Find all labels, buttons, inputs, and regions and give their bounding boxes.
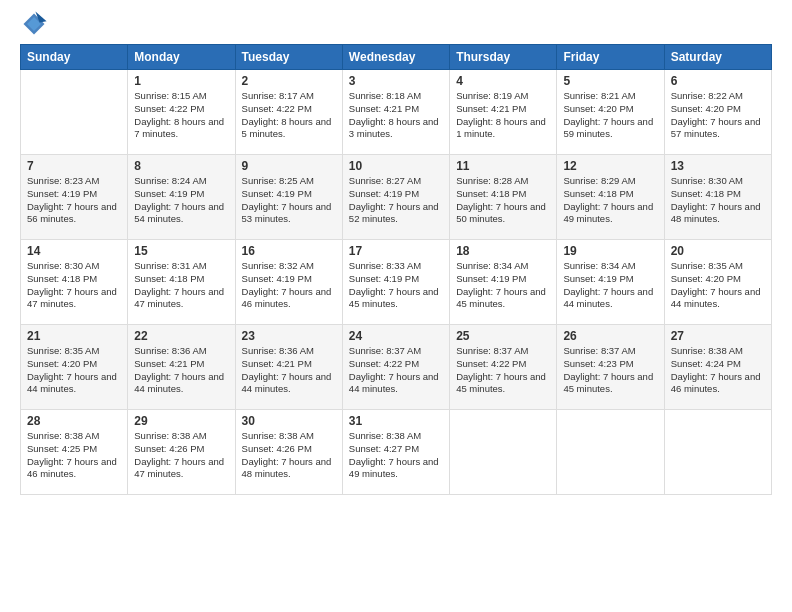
day-info: Sunrise: 8:30 AMSunset: 4:18 PMDaylight:… — [27, 260, 121, 311]
week-row-1: 1Sunrise: 8:15 AMSunset: 4:22 PMDaylight… — [21, 70, 772, 155]
day-cell: 12Sunrise: 8:29 AMSunset: 4:18 PMDayligh… — [557, 155, 664, 240]
day-number: 15 — [134, 244, 228, 258]
weekday-header-thursday: Thursday — [450, 45, 557, 70]
day-cell: 9Sunrise: 8:25 AMSunset: 4:19 PMDaylight… — [235, 155, 342, 240]
day-number: 24 — [349, 329, 443, 343]
day-cell — [450, 410, 557, 495]
day-info: Sunrise: 8:27 AMSunset: 4:19 PMDaylight:… — [349, 175, 443, 226]
day-cell: 11Sunrise: 8:28 AMSunset: 4:18 PMDayligh… — [450, 155, 557, 240]
day-cell: 6Sunrise: 8:22 AMSunset: 4:20 PMDaylight… — [664, 70, 771, 155]
day-info: Sunrise: 8:38 AMSunset: 4:24 PMDaylight:… — [671, 345, 765, 396]
day-number: 22 — [134, 329, 228, 343]
day-number: 29 — [134, 414, 228, 428]
day-info: Sunrise: 8:34 AMSunset: 4:19 PMDaylight:… — [456, 260, 550, 311]
day-cell: 15Sunrise: 8:31 AMSunset: 4:18 PMDayligh… — [128, 240, 235, 325]
weekday-header-sunday: Sunday — [21, 45, 128, 70]
day-info: Sunrise: 8:29 AMSunset: 4:18 PMDaylight:… — [563, 175, 657, 226]
day-number: 18 — [456, 244, 550, 258]
day-cell: 31Sunrise: 8:38 AMSunset: 4:27 PMDayligh… — [342, 410, 449, 495]
day-info: Sunrise: 8:37 AMSunset: 4:22 PMDaylight:… — [349, 345, 443, 396]
day-cell: 19Sunrise: 8:34 AMSunset: 4:19 PMDayligh… — [557, 240, 664, 325]
day-info: Sunrise: 8:31 AMSunset: 4:18 PMDaylight:… — [134, 260, 228, 311]
day-info: Sunrise: 8:19 AMSunset: 4:21 PMDaylight:… — [456, 90, 550, 141]
day-number: 6 — [671, 74, 765, 88]
week-row-5: 28Sunrise: 8:38 AMSunset: 4:25 PMDayligh… — [21, 410, 772, 495]
day-cell: 20Sunrise: 8:35 AMSunset: 4:20 PMDayligh… — [664, 240, 771, 325]
day-number: 3 — [349, 74, 443, 88]
day-number: 28 — [27, 414, 121, 428]
day-info: Sunrise: 8:32 AMSunset: 4:19 PMDaylight:… — [242, 260, 336, 311]
day-cell: 5Sunrise: 8:21 AMSunset: 4:20 PMDaylight… — [557, 70, 664, 155]
day-info: Sunrise: 8:18 AMSunset: 4:21 PMDaylight:… — [349, 90, 443, 141]
day-number: 9 — [242, 159, 336, 173]
day-number: 14 — [27, 244, 121, 258]
day-cell: 17Sunrise: 8:33 AMSunset: 4:19 PMDayligh… — [342, 240, 449, 325]
day-info: Sunrise: 8:37 AMSunset: 4:23 PMDaylight:… — [563, 345, 657, 396]
day-number: 23 — [242, 329, 336, 343]
day-cell: 23Sunrise: 8:36 AMSunset: 4:21 PMDayligh… — [235, 325, 342, 410]
day-info: Sunrise: 8:36 AMSunset: 4:21 PMDaylight:… — [242, 345, 336, 396]
day-info: Sunrise: 8:38 AMSunset: 4:25 PMDaylight:… — [27, 430, 121, 481]
day-number: 20 — [671, 244, 765, 258]
day-cell — [557, 410, 664, 495]
day-info: Sunrise: 8:38 AMSunset: 4:27 PMDaylight:… — [349, 430, 443, 481]
day-cell: 7Sunrise: 8:23 AMSunset: 4:19 PMDaylight… — [21, 155, 128, 240]
week-row-4: 21Sunrise: 8:35 AMSunset: 4:20 PMDayligh… — [21, 325, 772, 410]
day-cell — [21, 70, 128, 155]
day-info: Sunrise: 8:38 AMSunset: 4:26 PMDaylight:… — [242, 430, 336, 481]
calendar-table: SundayMondayTuesdayWednesdayThursdayFrid… — [20, 44, 772, 495]
day-cell: 26Sunrise: 8:37 AMSunset: 4:23 PMDayligh… — [557, 325, 664, 410]
logo — [20, 10, 52, 38]
day-info: Sunrise: 8:25 AMSunset: 4:19 PMDaylight:… — [242, 175, 336, 226]
day-cell: 18Sunrise: 8:34 AMSunset: 4:19 PMDayligh… — [450, 240, 557, 325]
day-info: Sunrise: 8:38 AMSunset: 4:26 PMDaylight:… — [134, 430, 228, 481]
day-cell — [664, 410, 771, 495]
weekday-header-wednesday: Wednesday — [342, 45, 449, 70]
day-info: Sunrise: 8:15 AMSunset: 4:22 PMDaylight:… — [134, 90, 228, 141]
day-cell: 29Sunrise: 8:38 AMSunset: 4:26 PMDayligh… — [128, 410, 235, 495]
day-number: 19 — [563, 244, 657, 258]
day-cell: 21Sunrise: 8:35 AMSunset: 4:20 PMDayligh… — [21, 325, 128, 410]
day-number: 26 — [563, 329, 657, 343]
day-cell: 25Sunrise: 8:37 AMSunset: 4:22 PMDayligh… — [450, 325, 557, 410]
day-cell: 4Sunrise: 8:19 AMSunset: 4:21 PMDaylight… — [450, 70, 557, 155]
day-number: 31 — [349, 414, 443, 428]
day-cell: 13Sunrise: 8:30 AMSunset: 4:18 PMDayligh… — [664, 155, 771, 240]
day-cell: 8Sunrise: 8:24 AMSunset: 4:19 PMDaylight… — [128, 155, 235, 240]
day-info: Sunrise: 8:28 AMSunset: 4:18 PMDaylight:… — [456, 175, 550, 226]
day-number: 11 — [456, 159, 550, 173]
day-cell: 16Sunrise: 8:32 AMSunset: 4:19 PMDayligh… — [235, 240, 342, 325]
day-cell: 3Sunrise: 8:18 AMSunset: 4:21 PMDaylight… — [342, 70, 449, 155]
day-info: Sunrise: 8:33 AMSunset: 4:19 PMDaylight:… — [349, 260, 443, 311]
day-number: 27 — [671, 329, 765, 343]
day-info: Sunrise: 8:30 AMSunset: 4:18 PMDaylight:… — [671, 175, 765, 226]
day-info: Sunrise: 8:22 AMSunset: 4:20 PMDaylight:… — [671, 90, 765, 141]
day-cell: 28Sunrise: 8:38 AMSunset: 4:25 PMDayligh… — [21, 410, 128, 495]
weekday-header-monday: Monday — [128, 45, 235, 70]
weekday-header-tuesday: Tuesday — [235, 45, 342, 70]
day-info: Sunrise: 8:34 AMSunset: 4:19 PMDaylight:… — [563, 260, 657, 311]
week-row-3: 14Sunrise: 8:30 AMSunset: 4:18 PMDayligh… — [21, 240, 772, 325]
day-info: Sunrise: 8:37 AMSunset: 4:22 PMDaylight:… — [456, 345, 550, 396]
day-cell: 1Sunrise: 8:15 AMSunset: 4:22 PMDaylight… — [128, 70, 235, 155]
day-number: 1 — [134, 74, 228, 88]
day-number: 21 — [27, 329, 121, 343]
day-number: 10 — [349, 159, 443, 173]
day-info: Sunrise: 8:17 AMSunset: 4:22 PMDaylight:… — [242, 90, 336, 141]
day-cell: 30Sunrise: 8:38 AMSunset: 4:26 PMDayligh… — [235, 410, 342, 495]
day-info: Sunrise: 8:36 AMSunset: 4:21 PMDaylight:… — [134, 345, 228, 396]
day-number: 7 — [27, 159, 121, 173]
weekday-header-friday: Friday — [557, 45, 664, 70]
day-cell: 14Sunrise: 8:30 AMSunset: 4:18 PMDayligh… — [21, 240, 128, 325]
day-number: 30 — [242, 414, 336, 428]
week-row-2: 7Sunrise: 8:23 AMSunset: 4:19 PMDaylight… — [21, 155, 772, 240]
day-number: 4 — [456, 74, 550, 88]
day-cell: 24Sunrise: 8:37 AMSunset: 4:22 PMDayligh… — [342, 325, 449, 410]
day-cell: 22Sunrise: 8:36 AMSunset: 4:21 PMDayligh… — [128, 325, 235, 410]
page: SundayMondayTuesdayWednesdayThursdayFrid… — [0, 0, 792, 612]
header — [20, 10, 772, 38]
logo-icon — [20, 10, 48, 38]
day-info: Sunrise: 8:35 AMSunset: 4:20 PMDaylight:… — [27, 345, 121, 396]
day-number: 12 — [563, 159, 657, 173]
day-number: 2 — [242, 74, 336, 88]
